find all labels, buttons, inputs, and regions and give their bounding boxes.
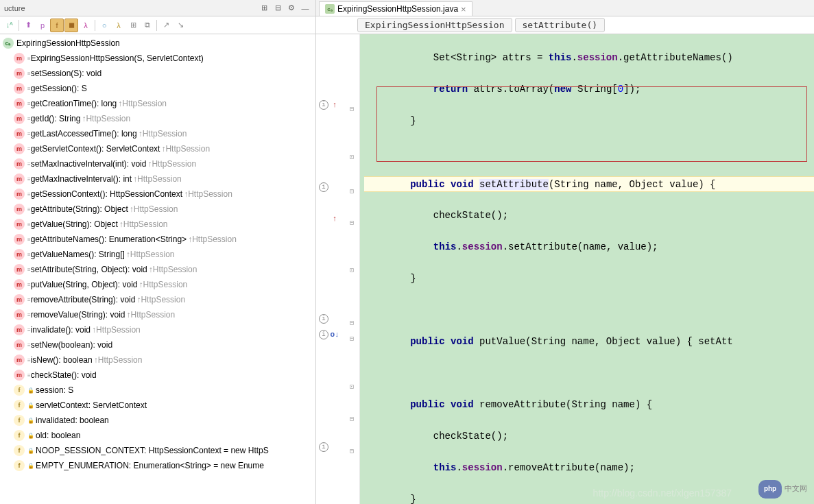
member-inherited: ↑HttpSession <box>139 129 187 139</box>
member-node[interactable]: m≡ getServletContext(): ServletContext ↑… <box>0 141 315 156</box>
override-up-icon[interactable]: ↑ <box>330 100 339 110</box>
member-node[interactable]: m≡ getAttributeNames(): Enumeration<Stri… <box>0 232 315 247</box>
member-node[interactable]: m≡ setAttribute(String, Object): void ↑H… <box>0 262 315 277</box>
method-icon: m <box>14 113 25 124</box>
member-inherited: ↑HttpSession <box>188 235 237 244</box>
member-inherited: ↑HttpSession <box>133 174 182 184</box>
breadcrumb-class[interactable]: ExpiringSessionHttpSession <box>357 18 512 32</box>
anonymous-icon[interactable]: ○ <box>97 19 111 32</box>
structure-tree[interactable]: cₐ ExpiringSessionHttpSession m≡ Expirin… <box>0 34 315 504</box>
override-up-icon[interactable]: ↑ <box>330 214 339 224</box>
member-inherited: ↑HttpSession <box>94 355 143 365</box>
fold-icon[interactable]: ⊟ <box>350 444 357 451</box>
member-node[interactable]: m≡ setMaxInactiveInterval(int): void ↑Ht… <box>0 156 315 171</box>
member-node[interactable]: m≡ getMaxInactiveInterval(): int ↑HttpSe… <box>0 171 315 187</box>
member-node[interactable]: m≡ checkState(): void <box>0 368 315 383</box>
hide-icon[interactable]: — <box>299 2 311 14</box>
member-label: servletContext: ServletContext <box>36 400 147 410</box>
show-nonpublic-icon[interactable]: ◼ <box>64 19 78 32</box>
member-node[interactable]: m≡ getSessionContext(): HttpSessionConte… <box>0 187 315 202</box>
lambda-icon[interactable]: λ <box>79 19 93 32</box>
method-icon: m <box>14 264 25 275</box>
member-node[interactable]: m≡ getSession(): S <box>0 81 315 96</box>
info-icon[interactable]: i <box>319 182 328 192</box>
code-area[interactable]: Set<String> attrs = this.session.getAttr… <box>360 34 814 504</box>
lock-icon: 🔒 <box>27 387 34 394</box>
info-icon[interactable]: i <box>319 442 328 452</box>
method-icon: m <box>14 219 25 230</box>
fold-icon[interactable]: ⊟ <box>350 315 357 322</box>
structure-toolbar: ↓ᴬ ⬆ p f ◼ λ ○ λ ⊞ ⧉ ↗ ↘ <box>0 16 315 34</box>
show-properties-icon[interactable]: p <box>36 19 49 32</box>
field-icon: f <box>14 385 25 396</box>
member-node[interactable]: m≡ setNew(boolean): void <box>0 337 315 352</box>
member-node[interactable]: m≡ removeAttribute(String): void ↑HttpSe… <box>0 292 315 307</box>
member-node[interactable]: m≡ getCreationTime(): long ↑HttpSession <box>0 96 315 111</box>
tree-icon[interactable]: ⊞ <box>126 19 140 32</box>
collapse-icon[interactable]: ⊟ <box>272 2 284 14</box>
breadcrumb-method[interactable]: setAttribute() <box>515 18 606 32</box>
close-icon[interactable]: × <box>461 4 466 14</box>
expand-icon[interactable]: ⊞ <box>258 2 270 14</box>
member-inherited: ↑HttpSession <box>147 159 196 169</box>
sort-alpha-icon[interactable]: ↓ᴬ <box>3 19 16 32</box>
show-inherited-icon[interactable]: ⬆ <box>21 19 35 32</box>
override-down-icon[interactable]: o↓ <box>330 330 339 339</box>
lambda2-icon[interactable]: λ <box>112 19 125 32</box>
member-label: invalidated: boolean <box>36 416 109 425</box>
fold-icon[interactable]: ⊟ <box>350 215 357 222</box>
hierarchy-icon[interactable]: ⧉ <box>141 19 154 32</box>
autoscroll-source-icon[interactable]: ↗ <box>159 19 173 32</box>
member-label: setAttribute(String, Object): void <box>31 265 147 274</box>
breadcrumb[interactable]: ExpiringSessionHttpSession setAttribute(… <box>316 16 814 34</box>
info-icon[interactable]: i <box>319 100 328 110</box>
member-node[interactable]: f🔒session: S <box>0 383 315 398</box>
member-inherited: ↑HttpSession <box>149 265 197 274</box>
fold-icon[interactable]: ⊡ <box>350 149 357 156</box>
fold-icon[interactable]: ⊟ <box>350 331 357 338</box>
fold-icon[interactable]: ⊡ <box>350 263 357 269</box>
autoscroll-target-icon[interactable]: ↘ <box>173 19 187 32</box>
member-inherited: ↑HttpSession <box>82 114 130 123</box>
member-label: setMaxInactiveInterval(int): void <box>31 159 147 169</box>
fold-icon[interactable]: ⊟ <box>350 184 357 191</box>
class-node[interactable]: cₐ ExpiringSessionHttpSession <box>0 36 315 51</box>
member-node[interactable]: m≡ getLastAccessedTime(): long ↑HttpSess… <box>0 126 315 141</box>
member-node[interactable]: m≡ getId(): String ↑HttpSession <box>0 111 315 126</box>
member-node[interactable]: m≡ setSession(S): void <box>0 66 315 81</box>
member-label: getValueNames(): String[] <box>31 250 125 259</box>
member-node[interactable]: f🔒EMPTY_ENUMERATION: Enumeration<String>… <box>0 458 315 473</box>
code-editor[interactable]: i ↑ i ↑ i i o↓ i ⊟ ⊡ ⊟ ⊟ ⊡ ⊟ ⊟ ⊡ ⊟ ⊟ Set… <box>316 34 814 504</box>
member-node[interactable]: f🔒invalidated: boolean <box>0 413 315 428</box>
member-node[interactable]: m≡ putValue(String, Object): void ↑HttpS… <box>0 277 315 292</box>
field-icon: f <box>14 415 25 426</box>
member-node[interactable]: m≡ getValueNames(): String[] ↑HttpSessio… <box>0 247 315 262</box>
member-node[interactable]: f🔒servletContext: ServletContext <box>0 398 315 413</box>
method-icon: m <box>14 204 25 215</box>
info-icon[interactable]: i <box>319 330 328 339</box>
member-node[interactable]: m≡ getValue(String): Object ↑HttpSession <box>0 217 315 232</box>
fold-icon[interactable]: ⊟ <box>350 101 357 108</box>
member-node[interactable]: m≡ getAttribute(String): Object ↑HttpSes… <box>0 202 315 217</box>
member-node[interactable]: m≡ removeValue(String): void ↑HttpSessio… <box>0 307 315 322</box>
settings-icon[interactable]: ⚙ <box>285 2 298 14</box>
method-icon: m <box>14 249 25 260</box>
panel-title: ucture <box>4 4 25 12</box>
fold-icon[interactable]: ⊟ <box>350 411 357 418</box>
structure-panel: ucture ⊞ ⊟ ⚙ — ↓ᴬ ⬆ p f ◼ λ ○ λ ⊞ ⧉ ↗ ↘ … <box>0 0 316 504</box>
structure-header: ucture ⊞ ⊟ ⚙ — <box>0 0 315 16</box>
member-node[interactable]: f🔒NOOP_SESSION_CONTEXT: HttpSessionConte… <box>0 443 315 458</box>
editor-tab[interactable]: cₐ ExpiringSessionHttpSession.java × <box>319 1 472 16</box>
member-node[interactable]: m≡ invalidate(): void ↑HttpSession <box>0 322 315 337</box>
member-node[interactable]: f🔒old: boolean <box>0 428 315 443</box>
member-label: removeValue(String): void <box>31 310 125 320</box>
member-node[interactable]: m≡ isNew(): boolean ↑HttpSession <box>0 352 315 368</box>
gutter[interactable]: i ↑ i ↑ i i o↓ i ⊟ ⊡ ⊟ ⊟ ⊡ ⊟ ⊟ ⊡ ⊟ ⊟ <box>316 34 360 504</box>
watermark: http://blog.csdn.net/xlgen157387 <box>593 485 732 501</box>
info-icon[interactable]: i <box>319 314 328 324</box>
java-file-icon: cₐ <box>325 4 335 14</box>
fold-icon[interactable]: ⊡ <box>350 379 357 386</box>
show-fields-icon[interactable]: f <box>50 19 64 32</box>
member-node[interactable]: m≡ ExpiringSessionHttpSession(S, Servlet… <box>0 51 315 66</box>
lock-icon: 🔒 <box>27 403 34 409</box>
